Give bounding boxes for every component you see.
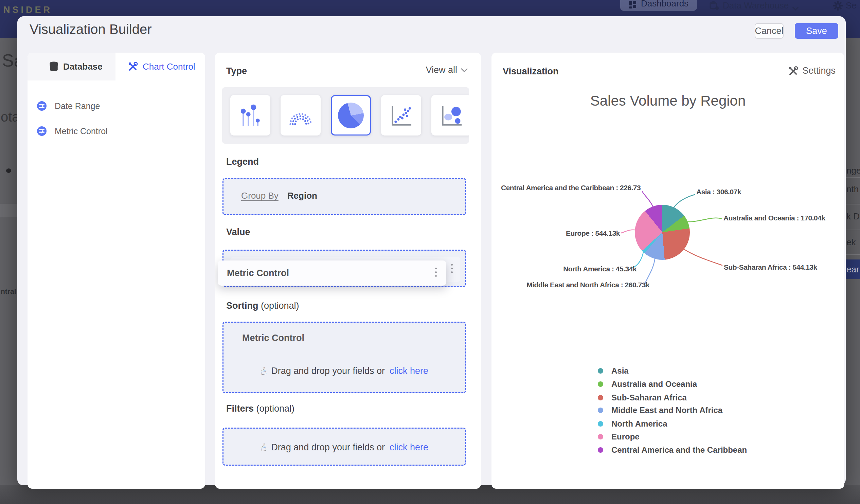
hand-pointer-icon: ☝: [259, 364, 268, 377]
legend-label: North America: [611, 419, 667, 429]
nav-data-warehouse[interactable]: Data Warehouse: [709, 0, 799, 11]
drag-hint-text: Drag and drop your fields or: [271, 442, 385, 453]
sidebar-item-metric-control[interactable]: Metric Control: [28, 121, 205, 141]
legend-dot: [598, 407, 603, 413]
save-button[interactable]: Save: [795, 23, 838, 39]
filters-dropzone[interactable]: ☝ Drag and drop your fields or click her…: [223, 428, 466, 466]
pie-label: Australia and Oceania : 170.04k: [723, 214, 825, 222]
value-dropzone[interactable]: Metric Control Metric Control: [223, 250, 466, 287]
legend-dot: [598, 421, 603, 427]
ghost-more-icon: [451, 264, 453, 273]
visualization-panel: Visualization Settings Sales Volume by R…: [491, 53, 844, 489]
tab-database[interactable]: Database: [28, 53, 115, 81]
dashboards-grid-icon: [629, 1, 637, 9]
legend-label: Sub-Saharan Africa: [611, 393, 687, 402]
filters-section-label: Filters (optional): [226, 403, 295, 414]
dragged-field-chip[interactable]: Metric Control: [218, 260, 446, 286]
bg-subheading-fragment: ota: [1, 109, 20, 125]
legend-item: North America: [598, 419, 667, 429]
group-by-label[interactable]: Group By: [241, 190, 278, 201]
sidebar-item-label: Metric Control: [55, 126, 108, 136]
legend-section-label: Legend: [226, 157, 259, 167]
screen: NSIDER Dashboards Data Warehouse Se Sal …: [0, 0, 860, 504]
click-here-link[interactable]: click here: [390, 442, 428, 453]
bg-menu-item[interactable]: nth: [846, 184, 859, 195]
filters-drag-hint: ☝ Drag and drop your fields or click her…: [224, 442, 465, 453]
nav-dashboards[interactable]: Dashboards: [620, 0, 697, 11]
legend-label: Central America and the Caribbean: [611, 445, 747, 455]
legend-label: Australia and Oceania: [611, 379, 697, 389]
legend-item: Sub-Saharan Africa: [598, 393, 687, 403]
legend-dot: [598, 368, 603, 374]
bg-label-fragment: ntral: [1, 287, 16, 296]
sidebar-item-label: Date Range: [55, 101, 100, 111]
sorting-dropzone[interactable]: Metric Control ☝ Drag and drop your fiel…: [223, 322, 466, 393]
legend-item: Asia: [598, 366, 629, 376]
visualization-builder-modal: Visualization Builder Cancel Save Databa…: [17, 16, 846, 485]
drag-hint-text: Drag and drop your fields or: [271, 366, 385, 376]
tab-chart-control[interactable]: Chart Control: [115, 53, 205, 81]
click-here-link[interactable]: click here: [390, 366, 428, 376]
legend-dropzone[interactable]: Group By Region: [223, 178, 466, 215]
warehouse-database-icon: [709, 1, 719, 11]
legend-label: Middle East and North Africa: [611, 405, 722, 415]
tab-database-label: Database: [63, 61, 103, 72]
pie-label: Europe : 544.13k: [566, 229, 620, 237]
pie-label: North America : 45.34k: [563, 265, 636, 273]
view-all-label: View all: [426, 65, 457, 75]
sliders-icon: [37, 101, 46, 111]
bg-light-band: [0, 204, 17, 217]
builder-panel: Type View all: [215, 53, 481, 489]
divider: [846, 230, 860, 230]
legend-item: Central America and the Caribbean: [598, 445, 747, 455]
chevron-down-icon: [461, 68, 468, 73]
chevron-down-icon: [792, 6, 799, 11]
modal-title: Visualization Builder: [30, 22, 152, 37]
chip-more-icon[interactable]: [435, 268, 437, 277]
database-icon: [49, 61, 58, 72]
bg-menu-item[interactable]: k D: [846, 211, 860, 222]
chart-type-lollipop[interactable]: [230, 95, 270, 135]
chart-type-pie[interactable]: [331, 95, 371, 135]
sorting-section-label: Sorting (optional): [226, 301, 299, 311]
sliders-icon: [37, 126, 46, 136]
legend-label: Asia: [611, 366, 629, 376]
legend-item: Europe: [598, 432, 640, 442]
hand-pointer-icon: ☝: [259, 441, 268, 454]
gear-icon: [833, 1, 843, 11]
legend-item: Australia and Oceania: [598, 379, 697, 389]
sidebar-item-date-range[interactable]: Date Range: [28, 97, 205, 115]
chart-type-bubble[interactable]: [431, 95, 469, 135]
pie-type-icon: [338, 103, 364, 128]
type-section-label: Type: [226, 66, 247, 76]
pie-label: Asia : 306.07k: [696, 188, 741, 196]
legend-label: Europe: [611, 432, 640, 442]
legend-dot: [598, 434, 603, 440]
app-logo: NSIDER: [3, 5, 52, 15]
dragged-field-label: Metric Control: [227, 268, 289, 278]
bg-menu-item[interactable]: ek: [846, 237, 856, 248]
bg-bullet-dot: [6, 169, 11, 173]
pie-label: Central America and the Caribbean : 226.…: [501, 184, 641, 191]
chart-type-strip: [222, 87, 469, 144]
bg-menu-item-selected[interactable]: ear: [844, 259, 860, 279]
sorting-drag-hint: ☝ Drag and drop your fields or click her…: [224, 365, 465, 377]
data-warehouse-label: Data Warehouse: [723, 0, 789, 11]
settings-nav-label: Se: [846, 0, 857, 11]
divider: [846, 177, 860, 178]
legend-dot: [598, 381, 603, 387]
view-all-button[interactable]: View all: [426, 65, 468, 75]
sidebar-panel: Database Chart Control Date Range Metric…: [28, 53, 205, 489]
tools-icon: [128, 61, 138, 72]
pie-label-clip: Central America and the Caribbean : 226.…: [501, 184, 641, 194]
chart-type-scatter[interactable]: [381, 95, 421, 135]
chart-type-arc-dots[interactable]: [281, 95, 321, 135]
pie-label: Middle East and North Africa : 260.73k: [527, 281, 649, 289]
divider: [846, 204, 860, 204]
value-section-label: Value: [226, 227, 250, 237]
pie-label: Sub-Saharan Africa : 544.13k: [724, 263, 817, 271]
dashboards-label: Dashboards: [641, 0, 688, 9]
bg-menu-item[interactable]: nge: [846, 165, 860, 176]
nav-settings[interactable]: Se: [833, 0, 857, 11]
cancel-button[interactable]: Cancel: [755, 23, 784, 39]
